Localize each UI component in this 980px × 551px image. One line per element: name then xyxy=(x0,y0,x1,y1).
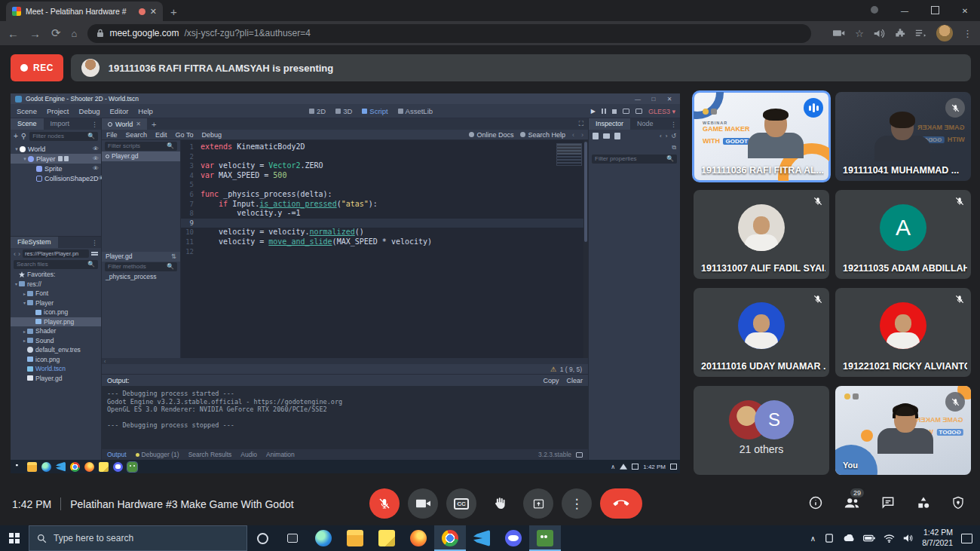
inspector-menu-icon[interactable]: ⋮ xyxy=(670,121,680,128)
godot-menu-item[interactable]: Scene xyxy=(17,107,37,115)
inspector-history-icon[interactable]: ↺ xyxy=(671,133,676,139)
bottom-panel-tab[interactable]: Debugger (1) xyxy=(136,451,179,458)
warning-icon[interactable]: ⚠ xyxy=(550,366,556,373)
taskbar-app-icon[interactable] xyxy=(529,525,561,551)
filter-nodes-input[interactable]: Filter nodes🔍 xyxy=(29,132,98,141)
scene-tab-close-icon[interactable]: ✕ xyxy=(136,121,141,127)
filesystem-item[interactable]: Player.gd xyxy=(11,374,101,384)
add-node-button[interactable]: + xyxy=(14,132,18,140)
method-sort-icon[interactable]: ⇅ xyxy=(171,252,176,262)
new-resource-icon[interactable] xyxy=(593,133,599,139)
filesystem-item[interactable]: ▸ Sound xyxy=(11,336,101,346)
visibility-eye-icon[interactable]: 👁 xyxy=(93,155,99,162)
raise-hand-button[interactable] xyxy=(485,488,515,519)
script-menu-item[interactable]: Go To xyxy=(176,131,194,139)
taskbar-app-icon[interactable] xyxy=(466,525,498,551)
filesystem-item[interactable]: Player.png xyxy=(11,317,101,327)
self-view-tile[interactable]: GAME MAKERGODOT WITH You xyxy=(835,386,971,475)
bottom-panel-tab[interactable]: Audio xyxy=(240,451,257,458)
filesystem-item[interactable]: default_env.tres xyxy=(11,345,101,355)
tab-import[interactable]: Import xyxy=(44,118,77,130)
dock-menu-icon[interactable]: ⋮ xyxy=(91,121,101,128)
bottom-panel-tab[interactable]: Animation xyxy=(266,451,295,458)
shared-taskbar-app-icon[interactable] xyxy=(113,462,123,472)
output-copy-button[interactable]: Copy xyxy=(543,377,559,384)
tab-inspector[interactable]: Inspector xyxy=(589,118,630,130)
filesystem-item[interactable]: ▸ Shader xyxy=(11,326,101,336)
participant-tile[interactable]: A 201111016 UDAY MUAMAR ... 192111035 AD… xyxy=(835,190,971,279)
shared-taskbar-app-icon[interactable] xyxy=(70,462,80,472)
wifi-icon[interactable] xyxy=(884,534,895,543)
end-call-button[interactable] xyxy=(600,488,642,519)
profile-avatar[interactable] xyxy=(936,25,953,41)
godot-workspace-tab[interactable]: 2D xyxy=(309,107,326,115)
shared-screen-godot[interactable]: Godot Engine - Shooter 2D - World.tscn —… xyxy=(11,93,680,473)
shared-taskbar-app-icon[interactable] xyxy=(41,462,51,472)
method-list-item[interactable]: _physics_process xyxy=(102,272,180,281)
battery-icon[interactable] xyxy=(863,534,875,542)
scene-tree-node[interactable]: Sprite 👁 xyxy=(11,164,101,173)
scene-tree-node[interactable]: ▾ Player 👁 xyxy=(11,154,101,164)
taskbar-app-icon[interactable] xyxy=(434,525,466,551)
shared-taskbar-app-icon[interactable] xyxy=(27,462,37,472)
inspector-forward-icon[interactable]: › xyxy=(666,133,668,139)
participant-tile[interactable]: 191131007 ALIF FADIL SYAI... xyxy=(694,190,829,279)
scene-tab-add-icon[interactable]: + xyxy=(152,120,156,129)
output-clear-button[interactable]: Clear xyxy=(566,377,583,384)
home-icon[interactable]: ⌂ xyxy=(72,28,78,39)
pause-icon[interactable] xyxy=(602,109,606,114)
fs-display-mode-icon[interactable] xyxy=(91,251,98,257)
chat-button[interactable] xyxy=(880,495,896,513)
scene-tree-node[interactable]: ▾ World 👁 xyxy=(11,144,101,154)
tab-node[interactable]: Node xyxy=(630,118,660,130)
reload-icon[interactable]: ⟳ xyxy=(51,26,61,40)
forward-icon[interactable]: → xyxy=(29,27,41,40)
scene-tab-world[interactable]: World ✕ xyxy=(102,118,147,130)
action-center-icon[interactable] xyxy=(961,534,972,543)
godot-maximize-button[interactable]: □ xyxy=(648,96,660,103)
godot-menu-item[interactable]: Help xyxy=(138,107,153,115)
volume-icon[interactable] xyxy=(874,29,885,38)
code-editor[interactable]: 1extends KinematicBody2D23var velocity =… xyxy=(181,140,588,358)
reading-list-icon[interactable] xyxy=(915,29,926,38)
window-close-button[interactable]: ✕ xyxy=(950,7,980,15)
bottom-panel-tab[interactable]: Output xyxy=(107,451,127,458)
save-resource-icon[interactable] xyxy=(614,133,620,139)
instance-scene-icon[interactable]: ⚲ xyxy=(21,132,26,140)
taskbar-app-icon[interactable] xyxy=(498,525,529,551)
filesystem-item[interactable]: icon.png xyxy=(11,355,101,365)
participant-tile[interactable]: 191221021 RICKY ALVIANTO xyxy=(835,288,971,377)
scene-tree-node[interactable]: CollisionShape2D 👁 xyxy=(11,173,101,183)
filesystem-item[interactable]: icon.png xyxy=(11,308,101,317)
load-resource-icon[interactable] xyxy=(603,133,610,139)
shared-taskbar-app-icon[interactable] xyxy=(127,462,137,472)
tray-device-icon[interactable] xyxy=(824,534,835,543)
godot-menu-item[interactable]: Project xyxy=(47,107,69,115)
shared-taskbar-app-icon[interactable] xyxy=(99,462,109,472)
node-script-signal-icons[interactable] xyxy=(58,156,69,161)
present-screen-button[interactable] xyxy=(523,488,553,519)
stop-icon[interactable] xyxy=(612,109,617,114)
script-menu-item[interactable]: Search xyxy=(126,131,148,139)
window-maximize-button[interactable] xyxy=(920,6,950,16)
url-bar[interactable]: meet.google.com/xsj-yscf-zgu?pli=1&authu… xyxy=(87,24,811,43)
godot-minimize-button[interactable]: — xyxy=(632,96,644,103)
taskbar-app-icon[interactable] xyxy=(371,525,403,551)
renderer-dropdown[interactable]: GLES3 ▾ xyxy=(648,108,675,115)
captions-button[interactable]: CC xyxy=(446,488,476,519)
godot-close-button[interactable]: ✕ xyxy=(663,96,675,103)
onedrive-icon[interactable] xyxy=(843,534,855,542)
script-history-forward-icon[interactable]: › xyxy=(581,131,583,139)
activities-button[interactable] xyxy=(916,495,931,513)
taskbar-app-icon[interactable] xyxy=(308,525,339,551)
filesystem-item[interactable]: World.tscn xyxy=(11,364,101,374)
code-horizontal-scrollbar[interactable]: ‹ xyxy=(102,358,588,364)
filesystem-item[interactable]: Favorites: xyxy=(11,270,101,280)
distraction-free-icon[interactable]: ⛶ xyxy=(579,120,588,128)
filesystem-menu-icon[interactable]: ⋮ xyxy=(91,239,101,246)
bottom-panel-tab[interactable]: Search Results xyxy=(188,451,232,458)
overflow-tile[interactable]: S 21 others xyxy=(694,386,829,475)
object-properties-icon[interactable]: ⧉ xyxy=(672,144,676,152)
code-minimap[interactable] xyxy=(556,143,582,166)
script-menu-item[interactable]: File xyxy=(106,131,118,139)
